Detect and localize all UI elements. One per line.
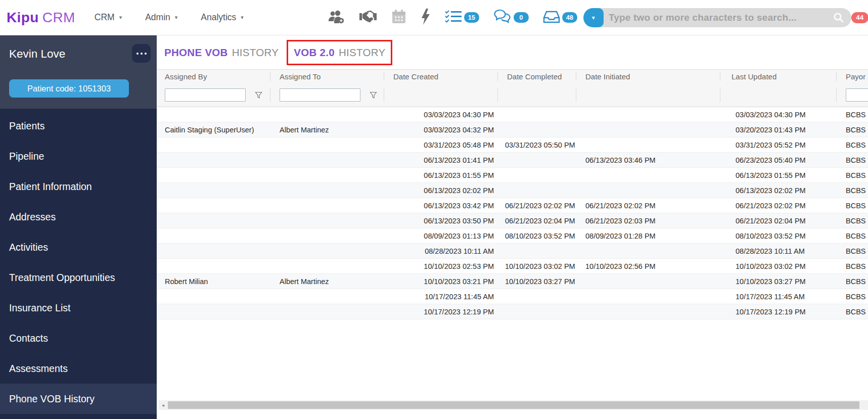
search-scope-dropdown[interactable]: ▾ xyxy=(583,8,604,27)
table-cell: Caitlin Staging (SuperUser) xyxy=(157,126,270,134)
table-row[interactable]: 10/17/2023 11:45 AM10/17/2023 11:45 AMBC… xyxy=(157,289,868,304)
tasks-checklist-icon xyxy=(445,10,462,26)
table-cell: 06/13/2023 03:46 PM xyxy=(576,156,720,164)
column-header-payor[interactable]: Payor xyxy=(837,70,868,83)
grid-header-row: Assigned ByAssigned ToDate CreatedDate C… xyxy=(157,69,868,83)
table-cell: 06/13/2023 01:41 PM xyxy=(384,156,498,164)
search-icon[interactable] xyxy=(833,12,844,25)
sidebar-item-pipeline[interactable]: Pipeline xyxy=(0,141,157,171)
sidebar-item-patient-information[interactable]: Patient Information xyxy=(0,171,157,202)
chevron-down-icon: ▾ xyxy=(241,14,244,21)
table-cell: BCBS F xyxy=(837,126,868,134)
alerts-area: 44 F xyxy=(851,12,868,23)
tab-strip: PHONE VOBHISTORYVOB 2.0HISTORY xyxy=(157,35,868,69)
filter-cell-date-completed xyxy=(498,83,576,107)
table-cell: 06/21/2023 02:04 PM xyxy=(498,217,576,225)
sidebar-item-assessments[interactable]: Assessments xyxy=(0,353,157,384)
topbar-menu-admin[interactable]: Admin▾ xyxy=(145,12,177,23)
topbar-menu-crm[interactable]: CRM▾ xyxy=(95,12,122,23)
table-row[interactable]: 08/09/2023 01:13 PM08/10/2023 03:52 PM08… xyxy=(157,228,868,244)
column-header-last-updated[interactable]: Last Updated xyxy=(720,70,837,83)
filter-cell-assigned-to xyxy=(270,83,384,107)
table-cell: 08/28/2023 10:11 AM xyxy=(720,247,837,255)
sidebar-item-contacts[interactable]: Contacts xyxy=(0,323,157,353)
quick-actions-button[interactable] xyxy=(421,9,431,27)
table-cell: 03/20/2023 01:43 PM xyxy=(720,126,837,134)
sidebar-item-patients[interactable]: Patients xyxy=(0,111,157,141)
table-cell: BCBS F xyxy=(837,293,868,301)
table-cell: 08/09/2023 01:13 PM xyxy=(384,232,498,240)
table-cell: 10/17/2023 12:19 PM xyxy=(384,308,498,316)
table-row[interactable]: 10/10/2023 02:53 PM10/10/2023 03:02 PM10… xyxy=(157,259,868,274)
alerts-badge[interactable]: 44 xyxy=(851,12,868,23)
filter-input-assigned-to[interactable] xyxy=(280,88,360,102)
filter-input-assigned-by[interactable] xyxy=(165,88,246,102)
table-cell: Robert Milian xyxy=(157,277,270,286)
table-row[interactable]: 06/13/2023 03:42 PM06/21/2023 02:02 PM06… xyxy=(157,198,868,213)
table-cell: 10/10/2023 03:27 PM xyxy=(720,277,837,286)
column-header-date-completed[interactable]: Date Completed xyxy=(498,70,576,83)
app-logo[interactable]: Kipu CRM xyxy=(7,10,75,26)
sidebar-item-insurance-list[interactable]: Insurance List xyxy=(0,293,157,323)
tab-phone-vob[interactable]: PHONE VOBHISTORY xyxy=(157,40,286,65)
table-cell: BCBS F xyxy=(837,262,868,270)
column-header-date-created[interactable]: Date Created xyxy=(384,70,498,83)
search-input[interactable]: Type two or more characters to search... xyxy=(587,8,851,27)
table-row[interactable]: 06/13/2023 01:55 PM06/13/2023 01:55 PMBC… xyxy=(157,168,868,183)
more-options-button[interactable] xyxy=(132,44,151,63)
scrollbar-thumb[interactable] xyxy=(168,401,859,409)
filter-funnel-icon[interactable] xyxy=(255,91,262,99)
table-row[interactable]: Caitlin Staging (SuperUser)Albert Martin… xyxy=(157,122,868,137)
calendar-button[interactable] xyxy=(391,9,406,26)
table-row[interactable]: 08/28/2023 10:11 AM08/28/2023 10:11 AMBC… xyxy=(157,244,868,259)
table-row[interactable]: 03/31/2023 05:48 PM03/31/2023 05:50 PM03… xyxy=(157,137,868,153)
column-header-assigned-to[interactable]: Assigned To xyxy=(270,70,384,83)
add-contact-button[interactable] xyxy=(328,9,345,26)
table-row[interactable]: Robert MilianAlbert Martinez10/10/2023 0… xyxy=(157,274,868,289)
table-row[interactable]: 06/13/2023 01:41 PM06/13/2023 03:46 PM06… xyxy=(157,153,868,168)
table-cell: 06/21/2023 02:02 PM xyxy=(498,202,576,210)
topbar-menu-analytics[interactable]: Analytics▾ xyxy=(201,12,244,23)
table-row[interactable]: 10/17/2023 12:19 PM10/17/2023 12:19 PMBC… xyxy=(157,304,868,319)
table-cell: 03/31/2023 05:52 PM xyxy=(720,141,837,149)
table-row[interactable]: 06/13/2023 03:50 PM06/21/2023 02:04 PM06… xyxy=(157,213,868,228)
sidebar-item-phone-vob-history[interactable]: Phone VOB History xyxy=(0,384,157,414)
filter-funnel-icon[interactable] xyxy=(370,91,377,99)
table-cell: BCBS F xyxy=(837,217,868,225)
table-cell: 08/10/2023 03:52 PM xyxy=(498,232,576,240)
inbox-button[interactable]: 48 xyxy=(543,10,577,26)
handshake-icon xyxy=(359,9,377,26)
table-row[interactable]: 06/13/2023 02:02 PM06/13/2023 02:02 PMBC… xyxy=(157,183,868,198)
column-header-date-initiated[interactable]: Date Initiated xyxy=(576,70,720,83)
sidebar-item-addresses[interactable]: Addresses xyxy=(0,202,157,232)
sidebar-item-activities[interactable]: Activities xyxy=(0,232,157,262)
table-cell: 06/21/2023 02:03 PM xyxy=(576,217,720,225)
topbar: Kipu CRM CRM▾Admin▾Analytics▾ xyxy=(0,0,868,35)
table-cell: 06/13/2023 03:50 PM xyxy=(384,217,498,225)
sidebar-item-treatment-opportunities[interactable]: Treatment Opportunities xyxy=(0,262,157,293)
table-cell: 03/03/2023 04:30 PM xyxy=(720,111,837,119)
logo-product: CRM xyxy=(42,10,75,26)
table-cell: BCBS F xyxy=(837,232,868,240)
inbox-icon xyxy=(543,10,560,26)
table-cell: 03/31/2023 05:48 PM xyxy=(384,141,498,149)
column-header-assigned-by[interactable]: Assigned By xyxy=(157,70,270,83)
filter-input-payor[interactable] xyxy=(846,88,868,102)
tab-vob-2-0[interactable]: VOB 2.0HISTORY xyxy=(287,40,392,65)
inbox-badge: 48 xyxy=(562,12,577,23)
horizontal-scrollbar[interactable]: ◂ xyxy=(159,400,868,410)
ellipsis-icon xyxy=(136,53,139,55)
handshake-button[interactable] xyxy=(359,9,377,26)
scroll-left-arrow-icon[interactable]: ◂ xyxy=(159,400,167,410)
table-cell: 03/03/2023 04:30 PM xyxy=(384,111,498,119)
global-search: ▾ Type two or more characters to search.… xyxy=(583,8,851,27)
messages-button[interactable]: 0 xyxy=(493,9,529,26)
table-cell: 06/21/2023 02:04 PM xyxy=(720,217,837,225)
table-cell: 08/09/2023 01:28 PM xyxy=(576,232,720,240)
table-cell: 10/10/2023 03:21 PM xyxy=(384,277,498,286)
tasks-button[interactable]: 15 xyxy=(445,10,479,26)
topbar-menus: CRM▾Admin▾Analytics▾ xyxy=(95,12,267,23)
table-cell: 10/10/2023 03:02 PM xyxy=(720,262,837,270)
patient-code-button[interactable]: Patient code: 1051303 xyxy=(9,79,129,98)
table-row[interactable]: 03/03/2023 04:30 PM03/03/2023 04:30 PMBC… xyxy=(157,107,868,122)
